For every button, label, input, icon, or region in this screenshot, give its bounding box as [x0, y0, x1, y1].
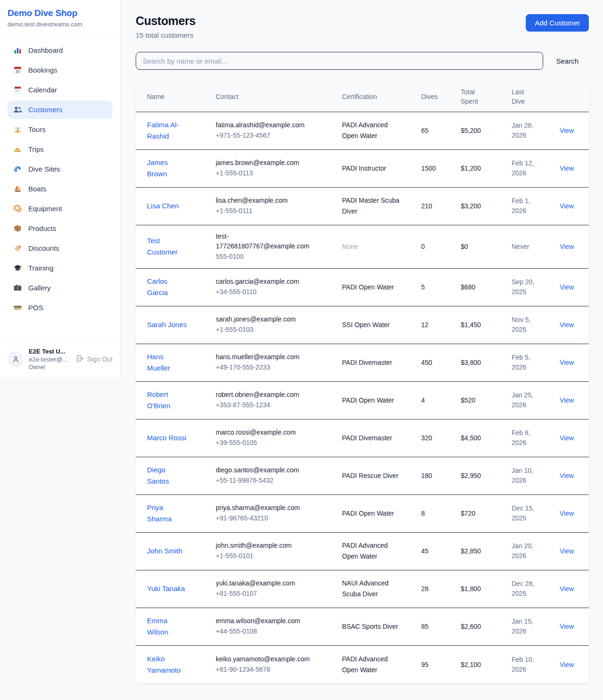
customer-name-link[interactable]: Sarah Jones: [147, 319, 187, 330]
customer-count: 15 total customers: [136, 31, 196, 39]
sidebar-item-bookings[interactable]: 17Bookings: [8, 61, 113, 79]
last-dive: Feb 1, 2026: [512, 196, 543, 216]
user-name: E2E Test U...: [29, 348, 71, 355]
view-link[interactable]: View: [560, 283, 574, 291]
customer-name-link[interactable]: Hans Mueller: [147, 351, 188, 374]
sidebar-item-gallery[interactable]: Gallery: [8, 279, 113, 297]
view-link[interactable]: View: [560, 243, 574, 250]
search-input[interactable]: [136, 52, 543, 70]
sidebar-item-label: Tours: [28, 125, 46, 133]
customer-name-link[interactable]: Test Customer: [147, 235, 188, 258]
view-link[interactable]: View: [560, 434, 574, 442]
sidebar-item-label: Bookings: [28, 66, 57, 74]
customer-phone: +81-90-1234-5678: [216, 665, 342, 675]
customer-name-link[interactable]: Priya Sharma: [147, 502, 188, 525]
camera-flash-icon: [13, 283, 22, 292]
customer-name-link[interactable]: Fatima Al-Rashid: [147, 119, 188, 142]
certification: PADI Divemaster: [342, 357, 399, 368]
person-icon: [11, 355, 20, 364]
customer-name-link[interactable]: Diego Santos: [147, 464, 188, 487]
customer-name-link[interactable]: Yuki Tanaka: [147, 583, 185, 594]
table-row: Priya Sharmapriya.sharma@example.com+91-…: [136, 495, 589, 533]
table-row: Marco Rossimarco.rossi@example.com+39-55…: [136, 420, 589, 457]
view-link[interactable]: View: [560, 396, 574, 404]
sidebar-item-training[interactable]: Training: [8, 259, 113, 277]
customer-phone: +1-555-0103: [216, 325, 342, 335]
sidebar-item-label: Calendar: [28, 86, 57, 94]
total-spent: $1,450: [461, 321, 512, 329]
sidebar-item-tours[interactable]: Tours: [8, 120, 113, 139]
view-link[interactable]: View: [560, 547, 574, 555]
view-link[interactable]: View: [560, 127, 574, 134]
contact-cell: sarah.jones@example.com+1-555-0103: [216, 314, 342, 335]
customer-name-link[interactable]: James Brown: [147, 157, 188, 180]
total-spent: $3,200: [461, 202, 512, 210]
view-link[interactable]: View: [560, 510, 574, 517]
certification: PADI Open Water: [342, 508, 399, 519]
sidebar-item-pos[interactable]: POS: [8, 298, 113, 317]
total-spent: $1,200: [461, 165, 512, 172]
customer-name-link[interactable]: John Smith: [147, 545, 182, 557]
contact-cell: marco.rossi@example.com+39-555-0105: [216, 428, 342, 448]
view-link[interactable]: View: [560, 661, 574, 668]
customer-email: emma.wilson@example.com: [216, 616, 315, 626]
view-link[interactable]: View: [560, 202, 574, 210]
view-link[interactable]: View: [560, 585, 574, 593]
contact-cell: test-1772681807767@example.com555-0100: [216, 231, 342, 262]
sidebar-item-dive-sites[interactable]: Dive Sites: [8, 160, 113, 178]
credit-card-icon: [13, 303, 22, 312]
sidebar-item-label: Discounts: [28, 244, 59, 252]
view-link[interactable]: View: [560, 321, 574, 329]
table-row: Carlos Garciacarlos.garcia@example.com+3…: [136, 269, 589, 306]
last-dive: Feb 8, 2026: [512, 428, 543, 448]
customer-email: sarah.jones@example.com: [216, 314, 315, 325]
customer-name-link[interactable]: Keiko Yamamoto: [147, 653, 188, 676]
sidebar-item-trips[interactable]: Trips: [8, 140, 113, 158]
view-link[interactable]: View: [560, 623, 574, 630]
add-customer-button[interactable]: Add Customer: [526, 14, 589, 32]
dives-count: 12: [421, 321, 461, 329]
sidebar-item-label: Customers: [28, 106, 63, 114]
customer-name-link[interactable]: Marco Rossi: [147, 432, 186, 444]
sidebar-item-boats[interactable]: Boats: [8, 180, 113, 198]
customer-name-link[interactable]: Carlos Garcia: [147, 276, 188, 298]
table-row: John Smithjohn.smith@example.com+1-555-0…: [136, 533, 589, 570]
dives-count: 1500: [421, 165, 461, 172]
calendar-date-icon: 17: [13, 66, 22, 74]
user-box: E2E Test U... e2e-tester@... Owner Sign …: [0, 341, 120, 377]
customer-name-link[interactable]: Lisa Chen: [147, 200, 179, 212]
package-icon: [13, 224, 22, 233]
view-link[interactable]: View: [560, 165, 574, 172]
customer-email: carlos.garcia@example.com: [216, 277, 315, 287]
sidebar-item-label: POS: [28, 304, 43, 312]
customer-email: john.smith@example.com: [216, 541, 315, 551]
table-row: Test Customertest-1772681807767@example.…: [136, 225, 589, 269]
customer-name-link[interactable]: Robert O'Brien: [147, 389, 188, 412]
dives-count: 95: [421, 661, 461, 668]
table-row: Diego Santosdiego.santos@example.com+55-…: [136, 457, 589, 495]
sidebar-item-label: Products: [28, 224, 56, 232]
customer-email: priya.sharma@example.com: [216, 503, 315, 513]
sidebar-item-products[interactable]: Products: [8, 219, 113, 238]
view-link[interactable]: View: [560, 359, 574, 366]
bar-chart-icon: [13, 46, 22, 55]
customer-email: yuki.tanaka@example.com: [216, 578, 315, 589]
sidebar-item-equipment[interactable]: Equipment: [8, 199, 113, 218]
view-link[interactable]: View: [560, 472, 574, 479]
dives-count: 0: [421, 243, 461, 250]
sidebar-item-customers[interactable]: Customers: [8, 100, 113, 119]
certification: PADI Divemaster: [342, 433, 399, 444]
sidebar-item-calendar[interactable]: Calendar: [8, 81, 113, 99]
sign-out-button[interactable]: Sign Out: [76, 354, 113, 364]
certification: BSAC Sports Diver: [342, 621, 399, 632]
sidebar-item-dashboard[interactable]: Dashboard: [8, 41, 113, 59]
search-button[interactable]: Search: [543, 57, 589, 65]
customer-name-link[interactable]: Emma Wilson: [147, 615, 188, 638]
customer-email: robert.obrien@example.com: [216, 390, 315, 400]
water-wave-icon: [13, 165, 22, 173]
table-row: Sarah Jonessarah.jones@example.com+1-555…: [136, 306, 589, 344]
table-body: Fatima Al-Rashidfatima.alrashid@example.…: [136, 112, 589, 684]
last-dive: Sep 20, 2025: [512, 277, 543, 297]
certification: None: [342, 241, 399, 252]
sidebar-item-discounts[interactable]: Discounts: [8, 239, 113, 257]
